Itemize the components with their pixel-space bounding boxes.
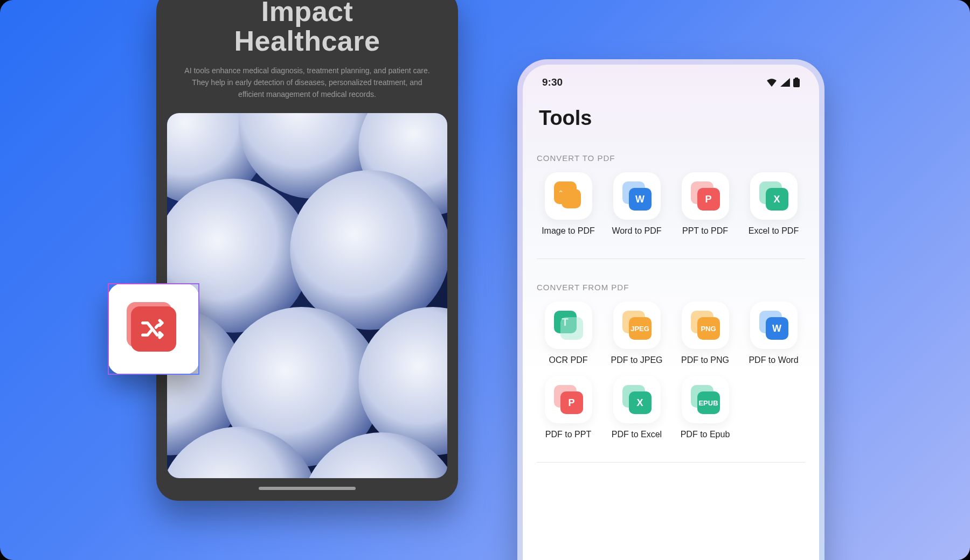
tool-ocr-pdf[interactable]: TOCR PDF (537, 302, 600, 365)
signal-icon (780, 78, 790, 87)
status-icons (766, 78, 800, 87)
shuffle-card[interactable] (108, 283, 199, 375)
battery-icon (793, 78, 800, 87)
tool-icon: T (545, 302, 592, 349)
tool-grid-from: TOCR PDFJPEGPDF to JPEGPNGPDF to PNGWPDF… (537, 302, 805, 439)
tool-pdf-to-ppt[interactable]: PPDF to PPT (537, 376, 600, 439)
wifi-icon (766, 78, 777, 87)
svg-rect-11 (793, 79, 800, 87)
tool-icon: PNG (682, 302, 729, 349)
shuffle-icon (131, 306, 176, 352)
home-indicator (259, 487, 356, 490)
tool-excel-to-pdf[interactable]: XExcel to PDF (742, 172, 805, 236)
section-convert-to: CONVERT TO PDF (537, 153, 805, 163)
impact-title: Impact Healthcare (167, 0, 447, 55)
section-convert-from: CONVERT FROM PDF (537, 283, 805, 292)
tool-label: PDF to PNG (681, 355, 729, 365)
phone-right-frame: 9:30 Tools CONVERT TO PDF 〰Image to PDFW… (517, 59, 824, 560)
divider (537, 462, 805, 463)
svg-point-5 (290, 170, 447, 330)
tool-pdf-to-epub[interactable]: EPUBPDF to Epub (674, 376, 737, 439)
tool-label: Word to PDF (612, 226, 661, 236)
tool-pdf-to-word[interactable]: WPDF to Word (742, 302, 805, 365)
tool-label: PDF to Word (749, 355, 798, 365)
phone-right-screen: 9:30 Tools CONVERT TO PDF 〰Image to PDFW… (523, 65, 819, 560)
divider (537, 258, 805, 259)
tool-ppt-to-pdf[interactable]: PPPT to PDF (674, 172, 737, 236)
tool-label: PDF to Excel (612, 430, 662, 439)
abstract-image (167, 113, 447, 478)
tool-word-to-pdf[interactable]: WWord to PDF (605, 172, 668, 236)
impact-title-line2: Healthcare (234, 25, 380, 57)
tool-label: PPT to PDF (682, 226, 728, 236)
tool-icon: P (682, 172, 729, 220)
page-title: Tools (539, 107, 805, 130)
tool-icon: W (750, 302, 798, 349)
tool-icon: 〰 (545, 172, 592, 220)
tool-label: OCR PDF (549, 355, 588, 365)
tool-label: Excel to PDF (749, 226, 799, 236)
tool-icon: JPEG (613, 302, 661, 349)
tool-pdf-to-jpeg[interactable]: JPEGPDF to JPEG (605, 302, 668, 365)
tool-icon: W (613, 172, 661, 220)
status-bar: 9:30 (537, 76, 805, 88)
tool-label: PDF to Epub (681, 430, 730, 439)
tool-icon: X (750, 172, 798, 220)
tool-icon: X (613, 376, 661, 423)
svg-rect-12 (795, 78, 798, 79)
tool-pdf-to-png[interactable]: PNGPDF to PNG (674, 302, 737, 365)
status-time: 9:30 (542, 76, 563, 88)
tool-pdf-to-excel[interactable]: XPDF to Excel (605, 376, 668, 439)
tool-label: Image to PDF (542, 226, 595, 236)
impact-title-line1: Impact (261, 0, 354, 27)
tool-label: PDF to PPT (545, 430, 591, 439)
phone-left: Impact Healthcare AI tools enhance medic… (156, 0, 458, 501)
stage: Impact Healthcare AI tools enhance medic… (0, 0, 970, 560)
impact-desc: AI tools enhance medical diagnosis, trea… (181, 65, 433, 100)
tool-image-to-pdf[interactable]: 〰Image to PDF (537, 172, 600, 236)
tool-icon: P (545, 376, 592, 423)
tool-icon: EPUB (682, 376, 729, 423)
tool-grid-to: 〰Image to PDFWWord to PDFPPPT to PDFXExc… (537, 172, 805, 236)
tool-label: PDF to JPEG (611, 355, 662, 365)
